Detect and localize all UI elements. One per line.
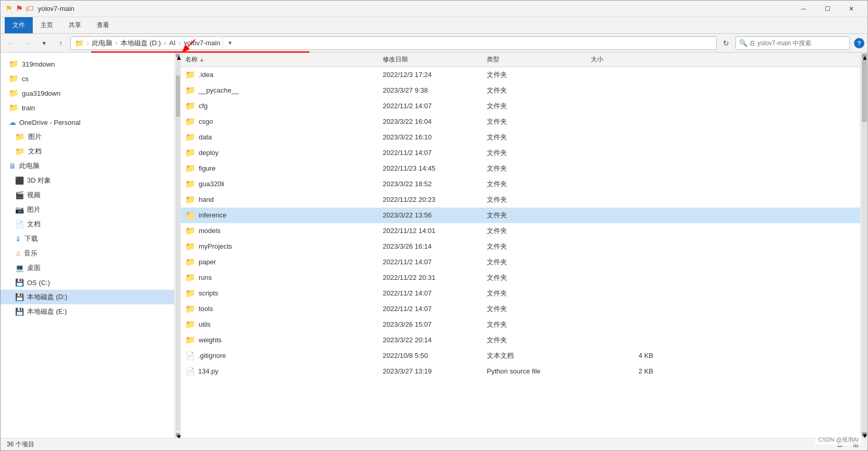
folder-icon: 📁 xyxy=(185,273,196,282)
flag-icon: ⚑ xyxy=(15,5,23,13)
table-row[interactable]: 📁 tools 2022/11/2 14:07 文件夹 xyxy=(181,301,860,317)
title-controls: ─ ☐ ✕ xyxy=(792,1,863,17)
scroll-up-btn[interactable]: ▲ xyxy=(176,54,180,58)
search-input[interactable] xyxy=(749,40,846,47)
folder-icon: 📁 xyxy=(9,59,19,69)
minimize-button[interactable]: ─ xyxy=(792,1,815,17)
download-icon: ⇓ xyxy=(15,235,21,243)
address-crumb-main[interactable]: yolov7-main xyxy=(184,39,221,47)
sidebar-item-label: 文档 xyxy=(28,147,42,156)
close-button[interactable]: ✕ xyxy=(839,1,863,17)
sidebar-item-label: 本地磁盘 (E:) xyxy=(27,307,67,316)
music-icon: ♫ xyxy=(15,249,21,257)
table-row[interactable]: 📁 paper 2022/11/2 14:07 文件夹 xyxy=(181,254,860,270)
file-scroll-thumb xyxy=(862,60,867,122)
table-row[interactable]: 📁 __pycache__ 2023/3/27 9:38 文件夹 xyxy=(181,83,860,98)
text-file-icon: 📄 xyxy=(185,351,195,360)
table-row[interactable]: 📁 myProjects 2023/3/26 16:14 文件夹 xyxy=(181,239,860,254)
forward-button[interactable]: → xyxy=(20,36,35,50)
sidebar-item-onedrive[interactable]: ☁ OneDrive - Personal xyxy=(1,115,174,130)
sidebar-item-cs[interactable]: 📁 cs xyxy=(1,71,174,86)
folder-icon: 📁 xyxy=(185,241,196,251)
col-header-name[interactable]: 名称 ▲ xyxy=(185,55,383,64)
sidebar: 📁 319mdown 📁 cs 📁 gua319down 📁 train ☁ O… xyxy=(1,53,175,438)
sidebar-item-pics[interactable]: 📁 图片 xyxy=(1,130,174,144)
table-row[interactable]: 📁 hand 2022/11/22 20:23 文件夹 xyxy=(181,192,860,208)
sidebar-item-music[interactable]: ♫ 音乐 xyxy=(1,246,174,261)
ribbon-tabs: 文件 主页 共享 查看 xyxy=(1,17,867,33)
table-row[interactable]: 📁 data 2023/3/22 16:10 文件夹 xyxy=(181,130,860,145)
sidebar-item-osc[interactable]: 💾 OS (C:) xyxy=(1,275,174,290)
sidebar-item-downloads[interactable]: ⇓ 下载 xyxy=(1,231,174,246)
refresh-button[interactable]: ↻ xyxy=(719,36,733,50)
tab-share[interactable]: 共享 xyxy=(61,17,89,33)
folder-icon: 📁 xyxy=(185,163,196,173)
sidebar-item-319mdown[interactable]: 📁 319mdown xyxy=(1,57,174,71)
tab-home[interactable]: 主页 xyxy=(33,17,61,33)
sidebar-item-desktop[interactable]: 💻 桌面 xyxy=(1,261,174,275)
table-row[interactable]: 📁 runs 2022/11/22 20:31 文件夹 xyxy=(181,270,860,286)
sidebar-item-train[interactable]: 📁 train xyxy=(1,100,174,115)
back-button[interactable]: ← xyxy=(4,36,18,50)
table-row[interactable]: 📁 csgo 2023/3/22 16:04 文件夹 xyxy=(181,114,860,130)
drive-icon: 💾 xyxy=(15,307,24,316)
sidebar-item-pictures[interactable]: 📷 图片 xyxy=(1,202,174,217)
sidebar-item-thispc[interactable]: 🖥 此电脑 xyxy=(1,159,174,173)
address-dropdown-btn[interactable]: ▼ xyxy=(223,36,237,50)
table-row[interactable]: 📁 deploy 2022/11/2 14:07 文件夹 xyxy=(181,145,860,161)
scroll-down-icon[interactable]: ▼ xyxy=(862,432,867,437)
dropdown-button[interactable]: ▼ xyxy=(37,36,51,50)
scroll-down-btn[interactable]: ▼ xyxy=(176,433,180,437)
sidebar-item-docs[interactable]: 📁 文档 xyxy=(1,144,174,159)
tag-icon: 🏷 xyxy=(25,5,34,13)
sidebar-item-documents[interactable]: 📄 文档 xyxy=(1,217,174,231)
sidebar-item-local-e[interactable]: 💾 本地磁盘 (E:) xyxy=(1,304,174,319)
table-row[interactable]: 📁 .idea 2022/12/3 17:24 文件夹 xyxy=(181,67,860,83)
table-row[interactable]: 📄 134.py 2023/3/27 13:19 Python source f… xyxy=(181,364,860,379)
table-row[interactable]: 📄 .gitignore 2022/10/8 5:50 文本文档 4 KB xyxy=(181,348,860,364)
table-row[interactable]: 📁 figure 2022/11/23 14:45 文件夹 xyxy=(181,161,860,176)
title-bar: ⚑ ⚑ 🏷 yolov7-main ─ ☐ ✕ xyxy=(1,1,867,17)
address-sep-4: › xyxy=(179,40,181,47)
col-header-date[interactable]: 修改日期 xyxy=(383,55,487,64)
table-row[interactable]: 📁 weights 2023/3/22 20:14 文件夹 xyxy=(181,332,860,348)
help-icon[interactable]: ? xyxy=(854,38,864,48)
pin-icon: ⚑ xyxy=(5,5,13,13)
sidebar-item-label: gua319down xyxy=(22,89,60,97)
table-row[interactable]: 📁 cfg 2022/11/2 14:07 文件夹 xyxy=(181,98,860,114)
folder-icon: 📁 xyxy=(185,70,196,80)
scroll-up-icon[interactable]: ▲ xyxy=(862,54,867,59)
search-bar: 🔍 xyxy=(735,36,850,50)
up-button[interactable]: ↑ xyxy=(54,36,68,50)
restore-button[interactable]: ☐ xyxy=(815,1,839,17)
table-row[interactable]: 📁 gua320li 2023/3/22 18:52 文件夹 xyxy=(181,176,860,192)
image-icon: 📷 xyxy=(15,205,24,214)
col-header-size[interactable]: 大小 xyxy=(591,55,653,64)
tab-file[interactable]: 文件 xyxy=(5,17,33,33)
folder-icon: 📁 xyxy=(9,74,19,83)
address-bar[interactable]: 📁 › 此电脑 › 本地磁盘 (D:) › AI › yolov7-main ▼ xyxy=(70,36,717,50)
col-header-type[interactable]: 类型 xyxy=(487,55,591,64)
file-list-scrollbar[interactable]: ▲ ▼ xyxy=(860,53,867,438)
address-bar-area: ← → ▼ ↑ 📁 › 此电脑 › 本地磁盘 (D:) › AI › yolov… xyxy=(1,34,867,53)
folder-icon: 📁 xyxy=(185,132,196,142)
window-title: yolov7-main xyxy=(38,5,792,12)
sidebar-item-label: 音乐 xyxy=(24,249,37,258)
folder-icon: 📁 xyxy=(9,88,19,98)
sidebar-scrollbar[interactable]: ▲ ▼ xyxy=(175,53,181,438)
table-row-inference[interactable]: 📁 inference 2023/3/22 13:56 文件夹 xyxy=(181,208,860,223)
address-crumb-pc[interactable]: 此电脑 xyxy=(92,38,112,48)
address-crumb-ai[interactable]: AI xyxy=(169,39,175,47)
tab-view[interactable]: 查看 xyxy=(89,17,117,33)
sidebar-item-3d[interactable]: ⬛ 3D 对象 xyxy=(1,173,174,188)
sidebar-item-local-d[interactable]: 💾 本地磁盘 (D:) xyxy=(1,290,174,304)
folder-icon: 📁 xyxy=(185,319,196,329)
table-row[interactable]: 📁 scripts 2022/11/2 14:07 文件夹 xyxy=(181,286,860,301)
sidebar-item-label: 视频 xyxy=(27,190,41,200)
address-crumb-d[interactable]: 本地磁盘 (D:) xyxy=(121,38,161,48)
sidebar-item-gua319down[interactable]: 📁 gua319down xyxy=(1,86,174,100)
cube-icon: ⬛ xyxy=(15,176,24,185)
table-row[interactable]: 📁 utils 2023/3/26 15:07 文件夹 xyxy=(181,317,860,332)
sidebar-item-video[interactable]: 🎬 视频 xyxy=(1,188,174,202)
table-row[interactable]: 📁 models 2022/11/12 14:01 文件夹 xyxy=(181,223,860,239)
